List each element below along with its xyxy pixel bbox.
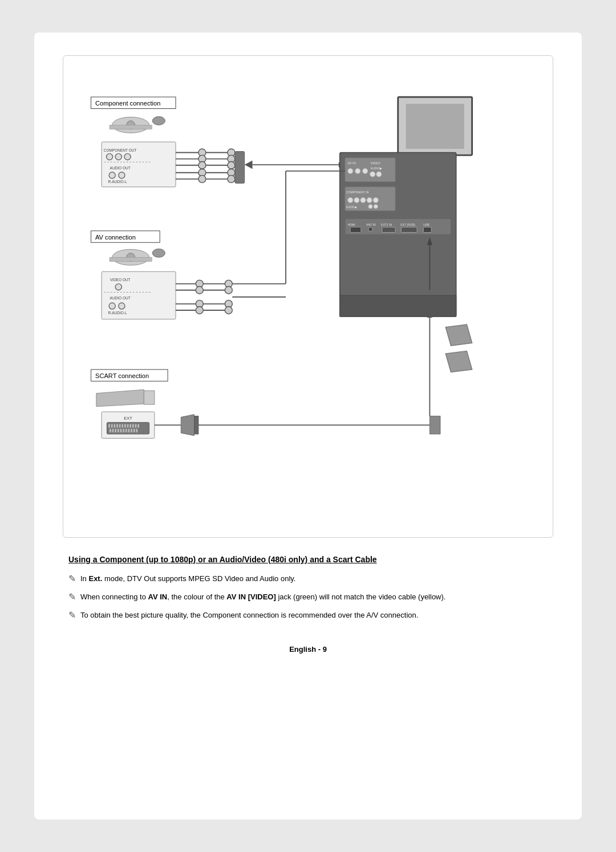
note-2: ✎ When connecting to AV IN, the colour o… <box>68 591 548 604</box>
svg-rect-70 <box>401 227 417 232</box>
svg-rect-121 <box>124 424 126 427</box>
svg-rect-117 <box>114 424 115 427</box>
section-title: Using a Component (up to 1080p) or an Au… <box>68 555 548 564</box>
svg-point-94 <box>196 286 203 294</box>
svg-rect-116 <box>111 424 113 427</box>
svg-rect-137 <box>136 429 137 432</box>
svg-point-9 <box>124 153 131 160</box>
svg-text:EXT: EXT <box>124 416 132 421</box>
title-text: Using a Component (up to 1080p) or an Au… <box>68 555 377 564</box>
svg-rect-123 <box>129 424 131 427</box>
svg-rect-73 <box>340 295 456 317</box>
note-1-text: In Ext. mode, DTV Out supports MPEG SD V… <box>80 573 548 585</box>
svg-rect-122 <box>127 424 129 427</box>
svg-point-55 <box>354 197 359 202</box>
scart-connection-label: SCART connection <box>95 372 149 379</box>
svg-point-56 <box>360 197 366 202</box>
svg-rect-35 <box>235 152 245 184</box>
svg-rect-130 <box>117 429 119 432</box>
svg-rect-140 <box>194 416 198 435</box>
svg-point-8 <box>115 153 121 160</box>
svg-rect-120 <box>121 424 123 427</box>
svg-point-24 <box>198 161 206 169</box>
svg-rect-119 <box>119 424 121 427</box>
svg-point-50 <box>370 172 375 177</box>
svg-rect-134 <box>128 429 130 432</box>
av-connection-label: AV connection <box>95 234 136 241</box>
svg-text:COMPONENT IN: COMPONENT IN <box>346 190 369 194</box>
svg-marker-142 <box>429 416 440 435</box>
svg-rect-125 <box>135 424 137 427</box>
svg-point-13 <box>119 172 125 178</box>
svg-rect-126 <box>137 424 139 427</box>
svg-text:AUDIO◀: AUDIO◀ <box>346 206 357 209</box>
svg-text:VIDEO OUT: VIDEO OUT <box>110 278 131 282</box>
svg-rect-115 <box>108 424 110 427</box>
page-footer: English - 9 <box>63 645 553 654</box>
svg-rect-64 <box>350 227 361 232</box>
svg-point-7 <box>106 153 112 160</box>
note-2-text: When connecting to AV IN, the colour of … <box>80 591 548 603</box>
svg-point-57 <box>367 197 372 202</box>
svg-point-32 <box>198 175 206 182</box>
svg-rect-129 <box>115 429 116 432</box>
note-1: ✎ In Ext. mode, DTV Out supports MPEG SD… <box>68 573 548 586</box>
svg-text:AV IN: AV IN <box>348 161 356 165</box>
svg-point-58 <box>373 197 378 202</box>
note-icon-3: ✎ <box>68 608 76 622</box>
svg-point-54 <box>348 197 353 202</box>
svg-marker-36 <box>245 160 253 169</box>
component-connection-label: Component connection <box>95 100 160 107</box>
svg-point-102 <box>196 306 203 314</box>
svg-text:R-AUDIO-L: R-AUDIO-L <box>108 180 127 184</box>
svg-rect-118 <box>116 424 118 427</box>
svg-text:EXT1 IN: EXT1 IN <box>381 223 392 226</box>
diagram-area: Component connection COMPONENT OUT AUDIO… <box>63 55 553 538</box>
svg-text:HDMI: HDMI <box>348 223 355 226</box>
svg-point-12 <box>109 172 115 178</box>
svg-rect-127 <box>110 429 111 432</box>
svg-text:VIDEO: VIDEO <box>370 161 380 165</box>
svg-point-26 <box>228 161 235 169</box>
svg-point-86 <box>109 303 115 309</box>
svg-point-4 <box>152 116 165 125</box>
svg-point-83 <box>115 284 121 290</box>
svg-point-46 <box>355 168 360 173</box>
svg-point-104 <box>225 306 232 314</box>
svg-text:AUDIO▶: AUDIO▶ <box>370 167 382 170</box>
svg-point-34 <box>228 175 235 182</box>
svg-marker-147 <box>445 351 472 372</box>
svg-rect-131 <box>120 429 122 432</box>
svg-point-60 <box>368 204 372 208</box>
svg-rect-132 <box>123 429 124 432</box>
svg-rect-68 <box>382 227 395 232</box>
svg-rect-40 <box>406 104 464 149</box>
svg-text:ANT IN: ANT IN <box>366 223 376 226</box>
note-3-text: To obtain the best picture quality, the … <box>80 610 548 621</box>
note-icon-1: ✎ <box>68 572 76 586</box>
svg-rect-124 <box>132 424 134 427</box>
svg-rect-3 <box>110 125 152 129</box>
svg-rect-133 <box>125 429 127 432</box>
svg-rect-111 <box>144 391 155 404</box>
svg-point-61 <box>374 204 378 208</box>
svg-text:AUDIO OUT: AUDIO OUT <box>110 166 131 170</box>
svg-point-66 <box>368 227 372 231</box>
svg-marker-146 <box>445 324 472 346</box>
svg-rect-128 <box>112 429 114 432</box>
svg-text:COMPONENT OUT: COMPONENT OUT <box>104 148 137 152</box>
svg-point-47 <box>363 168 368 173</box>
svg-text:AUDIO OUT: AUDIO OUT <box>110 296 131 300</box>
svg-rect-79 <box>110 257 152 261</box>
svg-marker-139 <box>181 415 194 436</box>
page-number: English - 9 <box>289 645 327 654</box>
note-3: ✎ To obtain the best picture quality, th… <box>68 610 548 622</box>
svg-point-51 <box>376 172 382 177</box>
svg-text:EXT (RGB): EXT (RGB) <box>400 223 415 226</box>
svg-text:USB: USB <box>423 223 429 226</box>
page-container: Component connection COMPONENT OUT AUDIO… <box>34 33 582 819</box>
content-area: Using a Component (up to 1080p) or an Au… <box>63 555 553 622</box>
svg-point-45 <box>348 168 353 173</box>
svg-text:R-AUDIO-L: R-AUDIO-L <box>108 311 127 315</box>
svg-point-80 <box>152 249 165 257</box>
